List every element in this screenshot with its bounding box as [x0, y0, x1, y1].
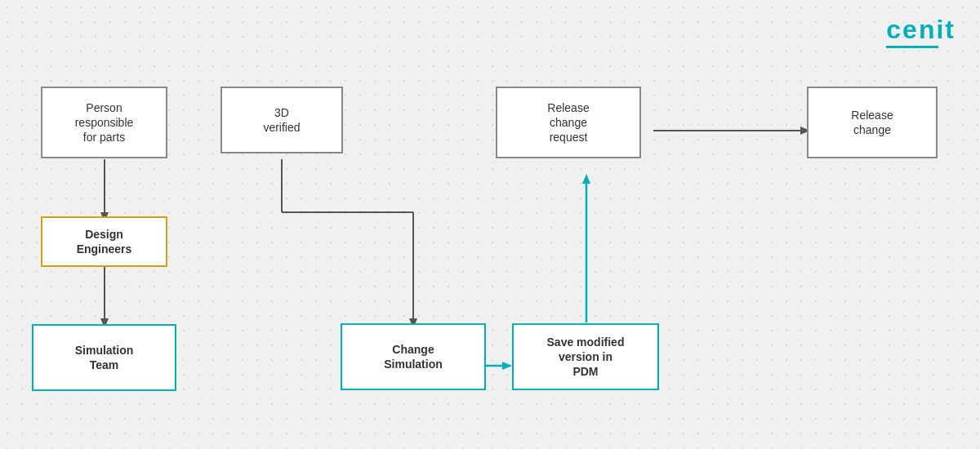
box-release-change-request-label: Releasechangerequest	[547, 100, 589, 145]
box-change-simulation-label: ChangeSimulation	[384, 342, 443, 371]
box-release-change: Releasechange	[807, 87, 938, 158]
box-3d-verified-label: 3Dverified	[263, 105, 300, 135]
box-simulation-team-label: SimulationTeam	[75, 343, 134, 372]
main-content: cenit Personresponsiblefor parts DesignE…	[0, 0, 980, 449]
box-person-responsible: Personresponsiblefor parts	[41, 87, 167, 158]
logo-underline	[886, 46, 938, 48]
logo: cenit	[886, 15, 956, 45]
box-3d-verified: 3Dverified	[220, 87, 343, 153]
box-release-change-label: Releasechange	[851, 108, 893, 137]
box-design-engineers-label: DesignEngineers	[77, 227, 132, 256]
box-person-responsible-label: Personresponsiblefor parts	[75, 100, 134, 145]
box-change-simulation: ChangeSimulation	[341, 323, 486, 390]
box-simulation-team: SimulationTeam	[32, 324, 176, 391]
svg-marker-9	[502, 362, 512, 370]
box-save-modified: Save modifiedversion inPDM	[512, 323, 659, 390]
box-save-modified-label: Save modifiedversion inPDM	[547, 335, 625, 380]
svg-marker-11	[582, 174, 590, 184]
logo-text: cenit	[886, 15, 956, 44]
box-release-change-request: Releasechangerequest	[496, 87, 641, 158]
box-design-engineers: DesignEngineers	[41, 216, 167, 267]
